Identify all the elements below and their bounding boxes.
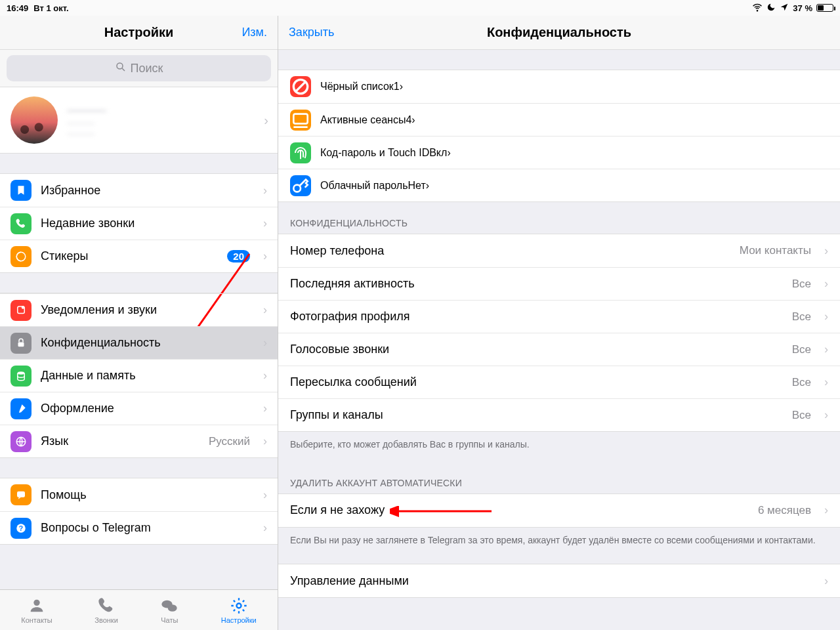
row-value: Нет [408, 180, 426, 192]
row-value: Вкл [429, 147, 447, 159]
tab-calls[interactable]: Звонки [94, 597, 118, 624]
row-value: Все [792, 376, 811, 389]
svg-line-1 [122, 68, 125, 71]
key-icon [290, 175, 311, 196]
block-icon [290, 76, 311, 97]
svg-point-20 [293, 184, 301, 192]
fingerprint-icon [290, 142, 311, 163]
edit-button[interactable]: Изм. [242, 26, 267, 39]
sidebar-item-globe[interactable]: ЯзыкРусский› [0, 425, 278, 457]
row-privacy[interactable]: Пересылка сообщенийВсе› [278, 366, 840, 398]
sidebar-item-lock[interactable]: Конфиденциальность› [0, 326, 278, 359]
detail-title: Конфиденциальность [487, 25, 631, 40]
search-icon [115, 61, 127, 76]
row-value: Мои контакты [740, 244, 811, 257]
svg-point-7 [18, 371, 25, 375]
sidebar-item-question[interactable]: ?Вопросы о Telegram› [0, 511, 278, 544]
sidebar-item-label: Избранное [41, 184, 100, 198]
row-label: Последняя активность [290, 277, 415, 291]
moon-icon [766, 3, 776, 14]
status-date: Вт 1 окт. [33, 3, 68, 13]
sticker-icon [10, 246, 32, 267]
lock-icon [10, 333, 32, 354]
sidebar-item-label: Язык [41, 434, 68, 448]
chevron-right-icon: › [263, 184, 267, 198]
close-button[interactable]: Закрыть [289, 26, 334, 39]
brush-icon [10, 398, 32, 419]
row-value: Все [792, 310, 811, 324]
sidebar-item-bell[interactable]: Уведомления и звуки› [0, 293, 278, 326]
row-value: 4 [406, 114, 411, 126]
sidebar-item-chat[interactable]: Помощь› [0, 478, 278, 511]
row-privacy[interactable]: Номер телефонаМои контакты› [278, 234, 840, 267]
globe-icon [10, 431, 32, 452]
sidebar-item-sticker[interactable]: Стикеры20› [0, 240, 278, 272]
row-label: Номер телефона [290, 244, 384, 258]
chevron-right-icon: › [263, 369, 267, 383]
search-placeholder: Поиск [131, 62, 163, 75]
chevron-right-icon: › [263, 336, 267, 350]
row-monitor[interactable]: Активные сеансы4› [278, 103, 840, 136]
row-value: Все [792, 278, 811, 291]
svg-point-0 [117, 63, 123, 69]
sidebar-item-phone[interactable]: Недавние звонки› [0, 207, 278, 240]
sidebar-header: Настройки Изм. [0, 16, 278, 50]
tab-contacts[interactable]: Контакты [21, 597, 52, 624]
wifi-icon [752, 2, 763, 14]
svg-rect-18 [293, 114, 307, 123]
battery-icon [816, 4, 833, 12]
tab-settings[interactable]: Настройки [221, 597, 257, 624]
search-input[interactable]: Поиск [7, 55, 271, 81]
phone-icon [10, 213, 32, 234]
sidebar-title: Настройки [104, 25, 174, 40]
svg-point-15 [236, 603, 241, 608]
status-bar: 16:49 Вт 1 окт. 37 % [0, 0, 840, 16]
row-if-away[interactable]: Если я не захожу 6 месяцев › [278, 494, 840, 527]
chevron-right-icon: › [824, 310, 828, 324]
svg-point-5 [22, 306, 25, 309]
bookmark-icon [10, 180, 32, 201]
row-key[interactable]: Облачный парольНет› [278, 169, 840, 201]
bell-icon [10, 300, 32, 321]
row-privacy[interactable]: Фотография профиляВсе› [278, 300, 840, 333]
row-block[interactable]: Чёрный список1› [278, 70, 840, 103]
row-value: Все [792, 409, 811, 422]
sidebar-item-data[interactable]: Данные и память› [0, 359, 278, 392]
svg-text:?: ? [19, 524, 23, 532]
profile-text: ——— ——— ——— [67, 102, 106, 138]
monitor-icon [290, 110, 311, 131]
delete-section-footer: Если Вы ни разу не заглянете в Telegram … [278, 528, 840, 550]
sidebar-item-label: Помощь [41, 488, 87, 502]
privacy-section-footer: Выберите, кто может добавлять Вас в груп… [278, 432, 840, 454]
row-label: Голосовые звонки [290, 343, 389, 356]
row-value: Русский [209, 435, 250, 448]
sidebar-item-label: Недавние звонки [41, 217, 135, 230]
row-privacy[interactable]: Голосовые звонкиВсе› [278, 333, 840, 366]
profile-row[interactable]: ——— ——— ——— › [0, 87, 278, 154]
badge: 20 [227, 250, 250, 262]
chevron-right-icon: › [411, 114, 415, 126]
row-fingerprint[interactable]: Код-пароль и Touch IDВкл› [278, 136, 840, 169]
svg-rect-9 [17, 492, 25, 497]
sidebar-item-label: Стикеры [41, 249, 88, 263]
sidebar-item-brush[interactable]: Оформление› [0, 392, 278, 425]
sidebar-item-label: Уведомления и звуки [41, 303, 157, 317]
chevron-right-icon: › [263, 521, 267, 535]
svg-point-12 [33, 599, 39, 605]
chevron-right-icon: › [263, 402, 267, 415]
row-data-management[interactable]: Управление данными › [278, 564, 840, 597]
privacy-section-header: КОНФИДЕНЦИАЛЬНОСТЬ [278, 202, 840, 234]
chevron-right-icon: › [824, 574, 828, 588]
status-time: 16:49 [7, 3, 28, 13]
row-label: Код-пароль и Touch ID [320, 147, 429, 159]
tab-bar: Контакты Звонки Чаты Настройки [0, 589, 278, 630]
row-privacy[interactable]: Последняя активностьВсе› [278, 267, 840, 300]
tab-chats[interactable]: Чаты [160, 597, 178, 624]
chevron-right-icon: › [264, 113, 268, 128]
chevron-right-icon: › [824, 277, 828, 291]
sidebar-item-bookmark[interactable]: Избранное› [0, 174, 278, 207]
battery-pct: 37 % [793, 3, 812, 13]
row-privacy[interactable]: Группы и каналыВсе› [278, 398, 840, 431]
chat-icon [10, 484, 32, 505]
chevron-right-icon: › [263, 434, 267, 448]
